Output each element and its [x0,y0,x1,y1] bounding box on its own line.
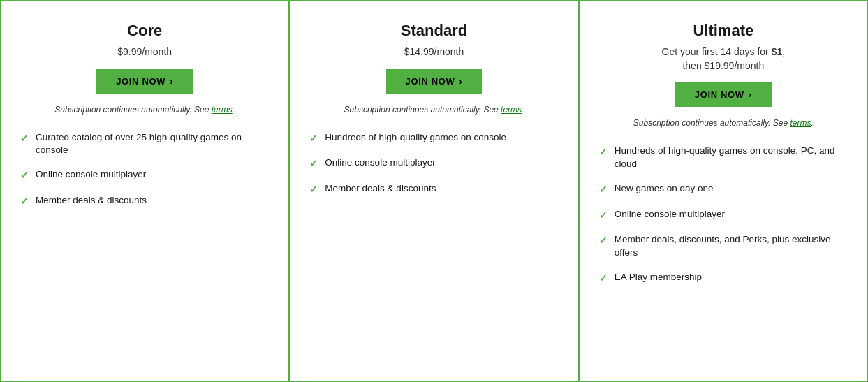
plan-card-ultimate: Ultimate Get your first 14 days for $1,t… [579,0,868,382]
list-item: ✓ Online console multiplayer [20,168,269,183]
plan-price-ultimate: Get your first 14 days for $1,then $19.9… [662,45,786,73]
terms-link-standard[interactable]: terms [501,105,522,115]
plan-price-standard: $14.99/month [404,45,464,59]
subscription-note-ultimate: Subscription continues automatically. Se… [633,117,814,129]
chevron-icon-core: › [170,76,173,87]
check-icon: ✓ [599,209,608,223]
check-icon: ✓ [20,169,29,183]
list-item: ✓ Online console multiplayer [599,208,848,223]
plan-title-ultimate: Ultimate [693,22,753,40]
list-item: ✓ Curated catalog of over 25 high-qualit… [20,131,269,158]
check-icon: ✓ [20,132,29,146]
plan-card-core: Core $9.99/month JOIN NOW › Subscription… [0,0,289,382]
check-icon: ✓ [599,145,608,159]
plan-title-standard: Standard [401,22,467,40]
list-item: ✓ Member deals & discounts [309,182,558,197]
subscription-note-standard: Subscription continues automatically. Se… [344,103,524,116]
list-item: ✓ Hundreds of high-quality games on cons… [309,131,558,146]
plan-price-core: $9.99/month [117,45,172,59]
check-icon: ✓ [20,195,29,209]
list-item: ✓ New games on day one [599,182,848,197]
features-list-core: ✓ Curated catalog of over 25 high-qualit… [20,131,269,220]
chevron-icon-ultimate: › [749,89,752,100]
plan-card-standard: Standard $14.99/month JOIN NOW › Subscri… [289,0,578,382]
subscription-note-core: Subscription continues automatically. Se… [54,103,235,116]
check-icon: ✓ [599,183,608,197]
plans-container: Core $9.99/month JOIN NOW › Subscription… [0,0,868,382]
list-item: ✓ Hundreds of high-quality games on cons… [599,145,848,171]
features-list-ultimate: ✓ Hundreds of high-quality games on cons… [599,145,848,296]
join-now-label-standard: JOIN NOW [406,76,455,87]
chevron-icon-standard: › [459,76,462,87]
list-item: ✓ Member deals & discounts [20,194,269,209]
list-item: ✓ Online console multiplayer [309,156,558,171]
check-icon: ✓ [309,157,318,171]
terms-link-core[interactable]: terms [212,105,233,115]
join-now-button-ultimate[interactable]: JOIN NOW › [675,82,772,107]
plan-title-core: Core [127,22,162,40]
features-list-standard: ✓ Hundreds of high-quality games on cons… [309,131,558,208]
join-now-button-standard[interactable]: JOIN NOW › [386,69,483,94]
check-icon: ✓ [309,183,318,197]
join-now-label-core: JOIN NOW [116,76,165,87]
join-now-label-ultimate: JOIN NOW [695,89,744,100]
list-item: ✓ EA Play membership [599,271,848,286]
check-icon: ✓ [309,132,318,146]
join-now-button-core[interactable]: JOIN NOW › [96,69,193,94]
terms-link-ultimate[interactable]: terms [790,118,811,128]
list-item: ✓ Member deals, discounts, and Perks, pl… [599,233,848,260]
check-icon: ✓ [599,234,608,248]
check-icon: ✓ [599,272,608,286]
